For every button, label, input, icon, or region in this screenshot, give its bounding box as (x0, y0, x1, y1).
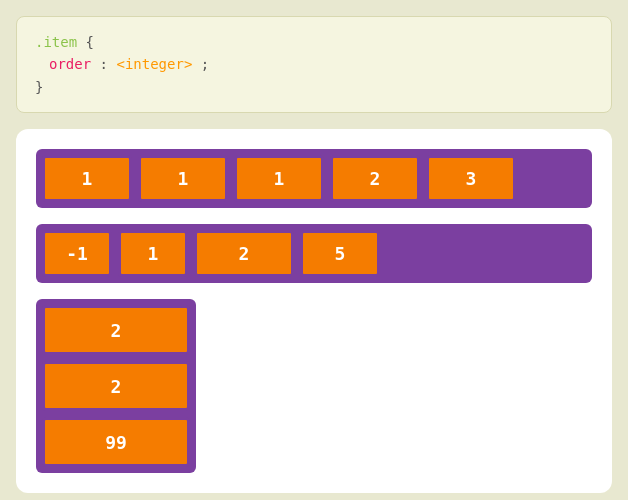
list-item: 5 (300, 230, 380, 277)
code-selector: .item (35, 34, 77, 50)
list-item: 1 (42, 155, 132, 202)
list-item: 3 (426, 155, 516, 202)
code-box: .item { order : <integer> ; } (16, 16, 612, 113)
flex-row-2: -1 1 2 5 (36, 224, 592, 283)
list-item: 1 (118, 230, 188, 277)
list-item: 2 (42, 305, 190, 355)
flex-row-1: 1 1 1 2 3 (36, 149, 592, 208)
list-item: 1 (234, 155, 324, 202)
code-line-3: } (35, 76, 593, 98)
code-close-brace: } (35, 79, 43, 95)
code-semicolon: ; (201, 56, 209, 72)
list-item: 99 (42, 417, 190, 467)
list-item: 2 (42, 361, 190, 411)
list-item: -1 (42, 230, 112, 277)
code-value: <integer> (116, 56, 192, 72)
list-item: 1 (138, 155, 228, 202)
code-line-2: order : <integer> ; (35, 53, 593, 75)
code-line-1: .item { (35, 31, 593, 53)
code-colon: : (100, 56, 117, 72)
code-open-brace: { (86, 34, 94, 50)
list-item: 2 (194, 230, 294, 277)
code-property: order (49, 56, 91, 72)
flex-col: 2 2 99 (36, 299, 196, 473)
demo-box: 1 1 1 2 3 -1 1 2 5 2 2 99 (16, 129, 612, 493)
list-item: 2 (330, 155, 420, 202)
